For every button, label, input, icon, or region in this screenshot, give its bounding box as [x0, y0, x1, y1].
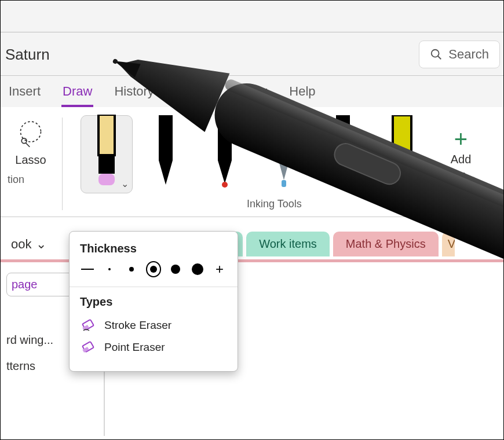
svg-rect-7	[98, 174, 115, 185]
svg-marker-11	[218, 160, 232, 184]
stroke-eraser-icon	[81, 318, 96, 333]
ribbon-group-selection-label: tion	[8, 174, 24, 186]
search-icon	[430, 48, 443, 61]
section-tab-math-physics[interactable]: Math & Physics	[333, 232, 439, 256]
chevron-down-icon: ⌄	[36, 237, 46, 252]
svg-marker-14	[277, 155, 291, 180]
search-box[interactable]: Search	[419, 41, 500, 68]
type-point-eraser[interactable]: Point Eraser	[80, 336, 227, 358]
pen-slot-blue-pencil[interactable]	[258, 115, 310, 193]
thickness-option-more[interactable]: +	[212, 261, 227, 277]
svg-point-0	[432, 50, 439, 57]
svg-rect-19	[393, 115, 411, 151]
svg-rect-6	[98, 155, 115, 174]
tab-draw[interactable]: Draw	[61, 82, 93, 107]
svg-rect-21	[397, 173, 407, 185]
chevron-down-icon: ⌄	[469, 171, 476, 180]
tab-review[interactable]: Review	[175, 82, 219, 107]
eraser-options-popup: Thickness + Types Stroke Eraser Point Er…	[69, 231, 238, 372]
thickness-heading: Thickness	[80, 242, 227, 255]
thickness-option-3[interactable]	[124, 261, 139, 277]
pen-slot-charcoal-pencil[interactable]	[317, 115, 369, 193]
title-bar: Saturn Search	[1, 32, 503, 76]
search-placeholder: Search	[448, 47, 489, 62]
type-label: Stroke Eraser	[104, 319, 171, 332]
add-pen-label-2: Pen	[445, 168, 466, 181]
type-stroke-eraser[interactable]: Stroke Eraser	[80, 314, 227, 336]
ribbon-separator	[62, 118, 63, 210]
svg-rect-10	[218, 115, 232, 160]
point-eraser-icon	[81, 340, 96, 355]
lasso-icon	[14, 118, 47, 150]
pencil-eraser-icon	[89, 115, 124, 193]
ribbon-group-selection: Lasso tion	[5, 115, 56, 213]
thickness-options: +	[80, 261, 227, 277]
svg-line-1	[438, 56, 441, 60]
plus-icon: +	[454, 127, 468, 151]
svg-rect-5	[98, 115, 115, 155]
pen-slot-highlighter[interactable]	[376, 115, 428, 193]
ribbon: Lasso tion ⌄	[1, 107, 503, 217]
tab-history[interactable]: History	[113, 82, 155, 107]
pen-slot-black-pen[interactable]	[140, 115, 192, 193]
thickness-option-2[interactable]	[102, 261, 117, 277]
svg-rect-15	[282, 180, 286, 187]
types-heading: Types	[80, 295, 227, 309]
svg-point-12	[222, 182, 228, 188]
pen-slot-red-pen[interactable]	[199, 115, 251, 193]
svg-line-4	[25, 143, 30, 147]
svg-marker-9	[159, 160, 173, 185]
thickness-option-6[interactable]	[190, 261, 205, 277]
add-pen-button[interactable]: + Add Pen ⌄	[435, 115, 487, 193]
svg-marker-20	[393, 151, 411, 173]
notebook-dropdown[interactable]: ook ⌄	[5, 233, 52, 255]
tab-insert[interactable]: Insert	[8, 82, 42, 107]
tab-help[interactable]: Help	[288, 82, 316, 107]
popup-separator	[70, 287, 238, 287]
chevron-down-icon: ⌄	[121, 178, 129, 189]
ribbon-group-inking: ⌄	[68, 115, 499, 213]
red-pen-icon	[207, 115, 242, 193]
lasso-button[interactable]: Lasso	[10, 115, 52, 169]
notebook-dropdown-label: ook	[11, 237, 31, 252]
thickness-option-4[interactable]	[146, 261, 161, 277]
svg-point-18	[341, 184, 345, 188]
svg-rect-13	[277, 115, 291, 155]
section-tab-partial-right[interactable]: V	[442, 232, 455, 256]
ribbon-tabs: Insert Draw History Review View Help	[1, 76, 503, 107]
svg-rect-16	[336, 115, 350, 155]
svg-marker-17	[336, 155, 350, 185]
highlighter-icon	[385, 115, 419, 193]
lasso-label: Lasso	[15, 153, 46, 167]
section-tab-work-items[interactable]: Work items	[246, 232, 330, 256]
add-pen-label-1: Add	[451, 153, 472, 166]
window-chrome-strip	[1, 1, 503, 32]
black-pen-icon	[148, 115, 183, 193]
charcoal-pencil-icon	[326, 115, 360, 193]
svg-rect-8	[159, 115, 173, 160]
tab-view[interactable]: View	[239, 82, 268, 107]
blue-pencil-icon	[266, 115, 301, 193]
thickness-option-5[interactable]	[168, 261, 183, 277]
type-label: Point Eraser	[104, 341, 165, 354]
pen-slot-pencil-eraser[interactable]: ⌄	[81, 115, 133, 193]
ribbon-group-inking-label: Inking Tools	[247, 198, 302, 210]
thickness-option-1[interactable]	[80, 261, 95, 277]
document-title: Saturn	[5, 46, 50, 64]
